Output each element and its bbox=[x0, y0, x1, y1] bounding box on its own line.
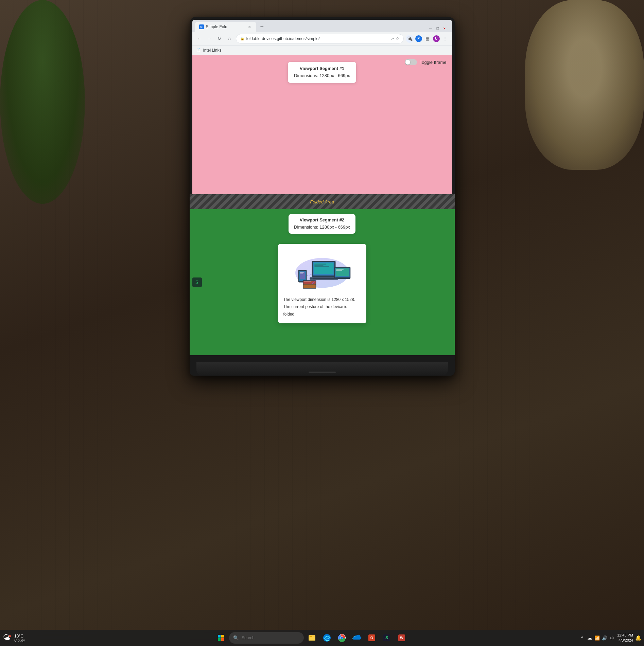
toggle-knob bbox=[405, 60, 410, 65]
svg-rect-13 bbox=[300, 273, 303, 274]
url-text: foldable-devices.github.io/demos/simple/ bbox=[246, 36, 320, 41]
clock-time: 12:43 PM bbox=[617, 633, 633, 638]
notification-icon[interactable]: 🔔 bbox=[635, 635, 641, 641]
svg-rect-29 bbox=[221, 638, 224, 641]
svg-rect-5 bbox=[314, 265, 323, 266]
toggle-iframe-control: Toggle Iframe bbox=[405, 59, 447, 65]
search-bar[interactable]: 🔍 bbox=[229, 632, 304, 644]
search-icon: 🔍 bbox=[233, 635, 239, 641]
clock-date: 4/8/2024 bbox=[617, 638, 633, 643]
back-button[interactable]: ← bbox=[195, 35, 203, 43]
svg-rect-17 bbox=[336, 269, 344, 270]
window-controls: — ❐ ✕ bbox=[429, 26, 449, 32]
posture-text: The current posture of the device is : f… bbox=[283, 303, 361, 318]
laptop-base bbox=[196, 362, 448, 376]
fold-hinge-area: Folded Area bbox=[190, 194, 455, 209]
tab-close-button[interactable]: ✕ bbox=[247, 24, 252, 30]
svg-rect-4 bbox=[314, 264, 326, 265]
viewport-segment-1-area: Toggle Iframe Viewport Segment #1 Dimens… bbox=[192, 55, 452, 194]
toolbar-icons: 🔌 P ▦ U ⋮ bbox=[406, 35, 449, 43]
svg-text:O: O bbox=[370, 636, 373, 640]
share-icon[interactable]: ↗ bbox=[391, 36, 394, 41]
svg-rect-22 bbox=[304, 281, 311, 282]
user-profile-icon[interactable]: U bbox=[432, 35, 440, 43]
tab-bar: SI Simple Fold ✕ + — ❐ ✕ bbox=[192, 20, 452, 32]
taskbar-app1-button[interactable]: S bbox=[380, 631, 394, 645]
svg-point-36 bbox=[341, 637, 343, 639]
app1-icon: S bbox=[381, 632, 392, 643]
taskbar-left: 🌤 18°C Cloudy bbox=[3, 633, 43, 643]
weather-widget[interactable]: 🌤 18°C Cloudy bbox=[3, 633, 25, 643]
new-tab-button[interactable]: + bbox=[258, 22, 267, 32]
onedrive-icon bbox=[351, 632, 362, 643]
search-input[interactable] bbox=[242, 635, 300, 640]
svg-rect-32 bbox=[310, 636, 312, 637]
device-info-text: The viewport dimension is 1280 x 1528. T… bbox=[283, 296, 361, 318]
taskbar-app2-button[interactable]: W bbox=[395, 631, 408, 645]
forward-button[interactable]: → bbox=[205, 35, 213, 43]
tray-wifi-icon[interactable]: 📶 bbox=[594, 635, 600, 641]
svg-text:S: S bbox=[385, 635, 388, 640]
security-icon: 🔒 bbox=[240, 37, 244, 40]
restore-button[interactable]: ❐ bbox=[436, 26, 440, 31]
svg-rect-28 bbox=[218, 638, 221, 641]
taskbar-onedrive-button[interactable] bbox=[350, 631, 364, 645]
url-bar-icons: ↗ ☆ bbox=[391, 36, 399, 41]
tray-volume-icon[interactable]: 🔊 bbox=[602, 635, 608, 641]
toggle-label: Toggle Iframe bbox=[420, 60, 447, 65]
edge-icon bbox=[321, 632, 332, 643]
chrome-icon bbox=[336, 632, 347, 643]
device-info-card: The viewport dimension is 1280 x 1528. T… bbox=[278, 244, 366, 324]
system-tray: ^ ☁ 📶 🔊 ⚙ bbox=[579, 635, 615, 641]
reload-button[interactable]: ↻ bbox=[215, 35, 224, 43]
tray-cloud-icon[interactable]: ☁ bbox=[587, 635, 593, 641]
taskbar-files-button[interactable] bbox=[305, 631, 319, 645]
taskbar-office-button[interactable]: O bbox=[365, 631, 379, 645]
laptop-device: SI Simple Fold ✕ + — ❐ ✕ ← → ↻ ⌂ bbox=[190, 17, 455, 376]
weather-icon: 🌤 bbox=[3, 633, 12, 643]
windows-taskbar: 🌤 18°C Cloudy 🔍 bbox=[0, 630, 644, 646]
app2-icon: W bbox=[396, 632, 407, 643]
bookmarks-bar: 📄 Intel Links bbox=[192, 46, 452, 55]
svg-rect-6 bbox=[314, 266, 329, 267]
yoda-decoration bbox=[525, 0, 644, 170]
tray-settings-icon[interactable]: ⚙ bbox=[609, 635, 615, 641]
star-icon[interactable]: ☆ bbox=[396, 36, 399, 41]
menu-button[interactable]: ⋮ bbox=[441, 35, 449, 43]
tab-favicon: SI bbox=[199, 24, 204, 29]
files-icon bbox=[307, 632, 317, 643]
weather-desc: Cloudy bbox=[14, 639, 25, 642]
tray-arrow-icon[interactable]: ^ bbox=[579, 635, 585, 641]
minimize-button[interactable]: — bbox=[429, 26, 433, 31]
svg-rect-27 bbox=[221, 635, 224, 638]
svg-text:W: W bbox=[400, 636, 403, 640]
url-input[interactable]: 🔒 foldable-devices.github.io/demos/simpl… bbox=[236, 34, 404, 43]
svg-rect-8 bbox=[313, 277, 334, 279]
bookmarks-item[interactable]: Intel Links bbox=[203, 48, 222, 53]
browser-tab[interactable]: SI Simple Fold ✕ bbox=[195, 22, 256, 32]
taskbar-edge-button[interactable] bbox=[320, 631, 334, 645]
home-button[interactable]: ⌂ bbox=[226, 35, 234, 43]
start-button[interactable] bbox=[214, 631, 228, 645]
bottom-screen-bezel bbox=[190, 355, 455, 362]
close-button[interactable]: ✕ bbox=[442, 26, 447, 31]
bookmarks-favicon: 📄 bbox=[196, 48, 201, 52]
system-clock[interactable]: 12:43 PM 4/8/2024 bbox=[617, 633, 633, 643]
toggle-switch[interactable] bbox=[405, 59, 417, 65]
svg-rect-21 bbox=[303, 284, 315, 288]
viewport-dimension-text: The viewport dimension is 1280 x 1528. bbox=[283, 296, 361, 304]
profile-avatar-icon[interactable]: P bbox=[415, 35, 423, 43]
svg-rect-31 bbox=[309, 636, 315, 641]
tab-title: Simple Fold bbox=[206, 24, 227, 29]
side-app-icon[interactable]: S bbox=[192, 277, 202, 287]
sidebar-toggle-icon[interactable]: ▦ bbox=[423, 35, 432, 43]
svg-rect-12 bbox=[300, 272, 304, 273]
viewport-segment-1-box: Viewport Segment #1 Dimensions: 1280px -… bbox=[288, 62, 356, 83]
taskbar-chrome-button[interactable] bbox=[335, 631, 349, 645]
weather-temp: 18°C bbox=[14, 634, 25, 639]
viewport-segment-2-area: S Viewport Segment #2 Dimensions: 1280px… bbox=[190, 209, 455, 355]
extension-icon[interactable]: 🔌 bbox=[406, 35, 414, 43]
fold-area-label: Folded Area bbox=[310, 199, 334, 204]
top-screen-bezel: SI Simple Fold ✕ + — ❐ ✕ ← → ↻ ⌂ bbox=[190, 17, 455, 194]
notification-dot bbox=[9, 635, 11, 637]
